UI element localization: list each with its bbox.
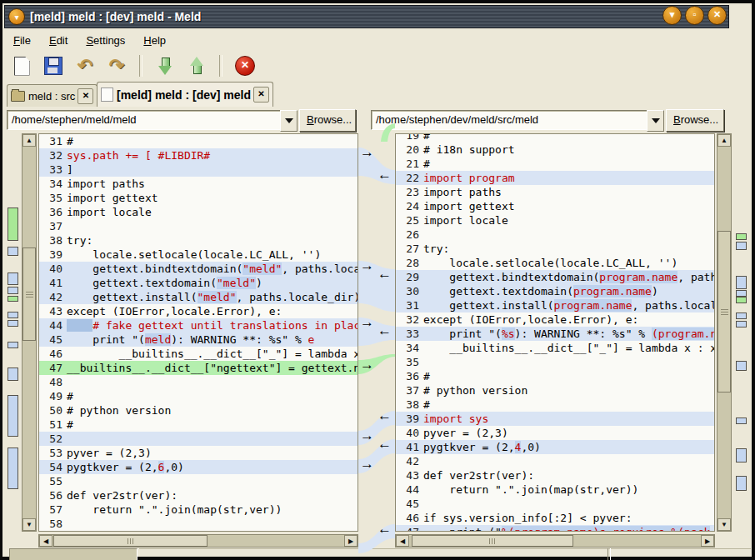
code-line[interactable]: 52: [39, 432, 358, 446]
diff-map-chunk[interactable]: [736, 448, 747, 462]
right-browse-button[interactable]: Browse...: [666, 109, 724, 132]
save-button[interactable]: [40, 53, 67, 78]
code-line[interactable]: 57 return ".".join(map(str,ver)): [39, 502, 358, 517]
code-line[interactable]: 27try:: [396, 242, 714, 256]
scroll-up-icon[interactable]: ▲: [718, 134, 731, 147]
merge-right-arrow[interactable]: →: [360, 358, 378, 372]
code-line[interactable]: 28 locale.setlocale(locale.LC_ALL, ''): [396, 256, 714, 270]
scroll-down-icon[interactable]: ▼: [718, 518, 731, 531]
merge-left-arrow[interactable]: ←: [378, 438, 396, 451]
left-hscroll-thumb[interactable]: [53, 535, 208, 547]
diff-map-chunk[interactable]: [8, 312, 18, 318]
code-line[interactable]: 30 gettext.textdomain(program.name): [396, 284, 714, 298]
code-line[interactable]: 58: [39, 517, 358, 531]
tab-meld-dev-meld[interactable]: [meld] meld : [dev] meld ✕: [97, 82, 273, 107]
code-line[interactable]: 39import sys: [396, 412, 714, 426]
code-line[interactable]: 23import paths: [396, 185, 714, 199]
code-line[interactable]: 41pygtkver = (2,4,0): [396, 440, 714, 454]
diff-map-chunk[interactable]: [736, 297, 747, 303]
prev-diff-button[interactable]: [183, 53, 210, 78]
maximize-button[interactable]: ▫: [685, 6, 704, 25]
code-line[interactable]: 26: [396, 228, 714, 242]
code-line[interactable]: 50# python version: [39, 403, 358, 418]
code-line[interactable]: 40 gettext.bindtextdomain("meld", paths.…: [39, 262, 358, 276]
code-line[interactable]: 20# i18n support: [396, 142, 714, 157]
code-line[interactable]: 37# python version: [396, 383, 714, 398]
code-line[interactable]: 39 locale.setlocale(locale.LC_ALL, ''): [39, 248, 358, 262]
code-line[interactable]: 33]: [39, 162, 358, 177]
code-line[interactable]: 22import program: [396, 171, 714, 185]
right-hscroll-thumb[interactable]: [412, 535, 573, 547]
menu-help[interactable]: Help: [136, 32, 173, 49]
left-vertical-scrollbar[interactable]: ▲ ▼: [22, 133, 37, 532]
diff-map-chunk[interactable]: [8, 208, 18, 241]
scroll-right-icon[interactable]: ▶: [701, 535, 714, 547]
left-code-pane[interactable]: 31#32sys.path += [ #LIBDIR#33]34import p…: [38, 133, 358, 532]
left-vscroll-thumb[interactable]: [22, 248, 36, 341]
next-diff-button[interactable]: [152, 53, 178, 78]
code-line[interactable]: 31 gettext.install(program.name, paths.l…: [396, 298, 714, 312]
scroll-left-icon[interactable]: ◀: [39, 535, 52, 547]
diff-map-chunk[interactable]: [736, 242, 747, 250]
right-vertical-scrollbar[interactable]: ▲ ▼: [717, 133, 732, 532]
merge-left-arrow[interactable]: ←: [378, 522, 396, 536]
code-line[interactable]: 32except (IOError,locale.Error), e:: [396, 312, 714, 327]
code-line[interactable]: 25import locale: [396, 213, 714, 228]
menu-edit[interactable]: Edit: [42, 32, 75, 49]
left-path-entry[interactable]: /home/stephen/meld/meld: [7, 110, 285, 130]
code-line[interactable]: 53pyver = (2,3): [39, 446, 358, 460]
close-button[interactable]: ✕: [708, 6, 727, 25]
merge-left-arrow[interactable]: ←: [378, 409, 396, 422]
code-line[interactable]: 46 __builtins__.__dict__["_"] = lambda x…: [39, 347, 358, 361]
merge-left-arrow[interactable]: ←: [378, 168, 396, 182]
code-line[interactable]: 21#: [396, 157, 714, 171]
scroll-down-icon[interactable]: ▼: [22, 518, 36, 531]
right-horizontal-scrollbar[interactable]: ◀ ▶: [395, 534, 715, 548]
diff-map-chunk[interactable]: [8, 395, 18, 437]
merge-right-arrow[interactable]: →: [360, 259, 378, 272]
diff-map-chunk[interactable]: [8, 296, 18, 302]
code-line[interactable]: 36#: [396, 369, 714, 383]
right-diff-map[interactable]: [735, 133, 748, 532]
code-line[interactable]: 41 gettext.textdomain("meld"): [39, 276, 358, 290]
code-line[interactable]: 43def ver2str(ver):: [396, 468, 714, 482]
diff-map-chunk[interactable]: [8, 247, 18, 256]
code-line[interactable]: 40pyver = (2,3): [396, 426, 714, 440]
diff-map-chunk[interactable]: [736, 233, 747, 240]
code-line[interactable]: 47 print ("%(program.name)s requires %(p…: [396, 525, 714, 532]
code-line[interactable]: 42 gettext.install("meld", paths.locale_…: [39, 290, 358, 304]
code-line[interactable]: 45: [396, 497, 714, 511]
code-line[interactable]: 54pygtkver = (2,6,0): [39, 460, 358, 474]
left-path-dropdown[interactable]: [280, 110, 298, 132]
diff-map-chunk[interactable]: [736, 361, 747, 371]
code-line[interactable]: 34import paths: [39, 177, 358, 191]
left-browse-button[interactable]: Browse...: [299, 109, 356, 132]
right-vscroll-thumb[interactable]: [718, 231, 731, 392]
scroll-up-icon[interactable]: ▲: [22, 134, 36, 147]
code-line[interactable]: 35import gettext: [39, 191, 358, 205]
code-line[interactable]: 44 # fake gettext until translations in …: [39, 318, 358, 332]
right-path-entry[interactable]: /home/stephen/dev/meld/src/meld: [371, 110, 652, 130]
diff-map-chunk[interactable]: [8, 320, 18, 327]
left-diff-map[interactable]: [7, 133, 20, 532]
tab-meld-src[interactable]: meld : src ✕: [7, 84, 98, 107]
titlebar[interactable]: ▾ [meld] meld : [dev] meld - Meld: [4, 5, 729, 28]
code-line[interactable]: 32sys.path += [ #LIBDIR#: [39, 148, 358, 162]
menu-file[interactable]: File: [6, 32, 38, 49]
diff-map-chunk[interactable]: [736, 312, 747, 319]
merge-right-arrow[interactable]: →: [360, 429, 378, 442]
merge-left-arrow[interactable]: ←: [378, 324, 396, 338]
code-line[interactable]: 48: [39, 375, 358, 389]
menu-settings[interactable]: Settings: [78, 32, 132, 49]
diff-map-chunk[interactable]: [736, 321, 747, 328]
merge-right-arrow[interactable]: →: [360, 146, 378, 159]
code-line[interactable]: 43except (IOError,locale.Error), e:: [39, 304, 358, 318]
undo-button[interactable]: ↶: [72, 53, 98, 78]
code-line[interactable]: 31#: [39, 134, 358, 148]
code-line[interactable]: 51#: [39, 418, 358, 432]
code-line[interactable]: 49#: [39, 389, 358, 403]
diff-map-chunk[interactable]: [8, 342, 18, 348]
code-line[interactable]: 19#: [396, 133, 714, 142]
merge-left-arrow[interactable]: ←: [378, 268, 396, 281]
code-line[interactable]: 36import locale: [39, 205, 358, 219]
